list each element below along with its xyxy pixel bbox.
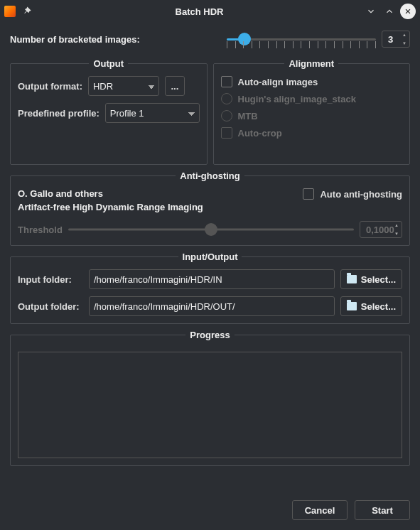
progress-log (18, 352, 402, 458)
output-align-row: Output Output format: HDR ... Predefined… (10, 58, 410, 165)
auto-antighost-checkbox[interactable] (303, 188, 314, 200)
output-format-more-button[interactable]: ... (165, 76, 185, 96)
alignment-legend: Alignment (284, 58, 338, 69)
output-format-label: Output format: (18, 81, 82, 92)
bracket-row: Number of bracketed images: 3 ▲▼ (10, 28, 410, 50)
app-icon (4, 6, 16, 17)
predefined-profile-combo[interactable]: Profile 1 (105, 103, 200, 123)
antighost-group: Anti-ghosting O. Gallo and others Artifa… (10, 171, 410, 246)
input-select-button[interactable]: Select... (340, 269, 402, 289)
footer: Cancel Start (10, 500, 410, 520)
io-group: Input/Output Input folder: Select... Out… (10, 252, 410, 324)
bracket-slider[interactable] (227, 28, 376, 50)
alignment-group: Alignment Auto-align images Hugin's alig… (213, 58, 411, 165)
start-button[interactable]: Start (355, 500, 410, 520)
hugin-radio (221, 93, 232, 104)
antighost-desc: Artifact-free High Dynamic Range Imaging (18, 202, 203, 212)
auto-align-checkbox[interactable] (221, 76, 232, 87)
input-folder-field[interactable] (89, 269, 335, 289)
spin-up-icon[interactable]: ▲ (402, 33, 407, 37)
bracket-spinbox[interactable]: 3 ▲▼ (382, 31, 410, 48)
auto-align-label: Auto-align images (238, 77, 318, 87)
window: Batch HDR Number of bracketed images: 3 … (0, 0, 420, 530)
minimize-icon[interactable] (363, 4, 379, 19)
output-folder-field[interactable] (89, 296, 335, 316)
progress-legend: Progress (185, 330, 234, 340)
maximize-icon[interactable] (382, 4, 397, 19)
threshold-value: 0,1000 (366, 225, 394, 235)
close-icon[interactable] (400, 4, 416, 19)
antighost-legend: Anti-ghosting (176, 171, 244, 181)
threshold-slider (68, 222, 354, 237)
threshold-label: Threshold (18, 225, 63, 235)
window-title: Batch HDR (38, 6, 360, 17)
bracket-value: 3 (388, 34, 393, 45)
auto-antighost-label: Auto anti-ghosting (320, 189, 402, 200)
pin-icon[interactable] (20, 4, 36, 19)
output-legend: Output (89, 58, 128, 69)
folder-icon (347, 302, 357, 310)
bracket-label: Number of bracketed images: (10, 34, 140, 45)
output-select-button[interactable]: Select... (340, 296, 402, 316)
output-format-combo[interactable]: HDR (88, 76, 159, 96)
threshold-slider-handle (205, 223, 217, 236)
auto-crop-checkbox (221, 127, 232, 139)
titlebar: Batch HDR (0, 0, 420, 23)
threshold-spinbox: 0,1000 ▲▼ (360, 221, 402, 238)
predefined-profile-label: Predefined profile: (18, 108, 99, 119)
output-folder-label: Output folder: (18, 301, 83, 312)
io-legend: Input/Output (178, 252, 242, 262)
mtb-radio (221, 110, 232, 121)
folder-icon (347, 275, 357, 283)
input-folder-label: Input folder: (18, 274, 83, 285)
cancel-button[interactable]: Cancel (292, 500, 348, 520)
antighost-author: O. Gallo and others (18, 188, 203, 199)
output-group: Output Output format: HDR ... Predefined… (10, 58, 208, 165)
auto-crop-label: Auto-crop (238, 128, 282, 139)
spin-down-icon[interactable]: ▼ (402, 41, 407, 45)
progress-group: Progress (10, 330, 410, 466)
mtb-label: MTB (238, 111, 258, 121)
hugin-label: Hugin's align_image_stack (238, 94, 356, 104)
content: Number of bracketed images: 3 ▲▼ Output … (0, 23, 420, 530)
